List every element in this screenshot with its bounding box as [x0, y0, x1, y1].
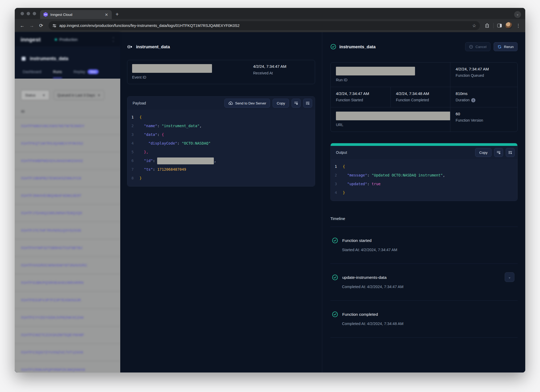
- zoom-window-button[interactable]: [33, 12, 36, 15]
- tab-title: Inngest Cloud: [50, 13, 101, 17]
- reload-button[interactable]: ⟳: [37, 21, 45, 30]
- sidebar: inngest Production ⌃⌄ instruments_data D…: [15, 32, 120, 372]
- event-panel: instrument_data Event ID 4/2/24, 7:34:47…: [120, 32, 322, 372]
- minimize-window-button[interactable]: [27, 12, 30, 15]
- rerun-label: Rerun: [504, 45, 514, 49]
- inngest-app: inngest Production ⌃⌄ instruments_data D…: [15, 32, 525, 372]
- run-id-link[interactable]: 01HTFJ94HVE0BQ48AF4DM13E9T: [15, 187, 120, 204]
- run-id-link[interactable]: 01HTFCYYZGYGDKJVP82NKXCZ44: [15, 309, 120, 326]
- run-id-link[interactable]: 01HTFCR9KAPQP0R8PZK3MQNMX8: [15, 361, 120, 372]
- function-version-value: 60: [456, 112, 512, 116]
- payload-card: Payload Send to Dev Server Copy: [127, 96, 315, 187]
- timeline-item-function-started: Function started Started At: 4/2/2024, 7…: [330, 227, 518, 264]
- word-wrap-icon: [496, 151, 501, 154]
- browser-tab[interactable]: Inngest Cloud ✕: [40, 10, 112, 19]
- scroll-to-bottom-button[interactable]: [303, 99, 312, 108]
- code-line: 6 "id": ,: [127, 156, 315, 165]
- tab-search-chevron-icon[interactable]: ⌄: [514, 11, 521, 18]
- duration-label-text: Duration: [456, 98, 470, 102]
- site-settings-icon[interactable]: [52, 23, 57, 28]
- code-line: 4}: [331, 188, 517, 197]
- run-details-card: Run ID 4/2/24, 7:34:47 AM Function Queue…: [330, 62, 518, 132]
- payload-header: Payload Send to Dev Server Copy: [127, 97, 315, 110]
- forward-button[interactable]: →: [27, 21, 36, 30]
- status-filter-dropdown[interactable]: Status ▼: [21, 90, 49, 100]
- sidebar-tabs: Dashboard Runs Replay New: [15, 61, 120, 79]
- timeline-item-subtitle: Completed At: 4/2/2024, 7:34:47 AM: [342, 285, 518, 289]
- toolbar-actions: ⋮: [483, 22, 522, 29]
- status-filter-label: Status: [25, 93, 36, 97]
- run-id-link[interactable]: 01HTFJ7C7HF7RVN051Q3YD2S35: [15, 222, 120, 239]
- code-line: 4 "displayCode": "OCTO:NASDAQ": [127, 139, 315, 148]
- send-to-dev-server-button[interactable]: Send to Dev Server: [224, 99, 270, 108]
- payload-title: Payload: [133, 101, 222, 105]
- expand-step-button[interactable]: ⌄: [505, 272, 514, 282]
- word-wrap-button[interactable]: [494, 148, 503, 157]
- run-id-link[interactable]: 01HTFKMBPMD0ZAJ4AG04KD3A02: [15, 152, 120, 169]
- run-id-link[interactable]: 01HTFJ7DA6Q2385JWNH7E8Q2Q0: [15, 204, 120, 222]
- url-text[interactable]: app.inngest.com/env/production/functions…: [59, 23, 470, 28]
- back-button[interactable]: ←: [18, 21, 26, 30]
- function-title-row: instruments_data: [15, 47, 120, 61]
- cancel-button[interactable]: Cancel: [465, 42, 490, 51]
- profile-avatar[interactable]: [505, 22, 512, 29]
- timeline-title: Timeline: [330, 216, 518, 227]
- event-name: instrument_data: [136, 44, 170, 49]
- env-switcher-chevrons-icon[interactable]: ⌃⌄: [112, 37, 114, 42]
- event-panel-header: instrument_data: [127, 44, 315, 49]
- cancel-circle-icon: [469, 45, 473, 49]
- timeline-item-subtitle: Started At: 4/2/2024, 7:34:47 AM: [342, 248, 518, 252]
- tab-dashboard[interactable]: Dashboard: [23, 70, 41, 78]
- run-id-link[interactable]: 01HTFCSQG7ZYVXNZVC7VT1Z4X6: [15, 343, 120, 361]
- word-wrap-button[interactable]: [292, 99, 301, 108]
- run-id-label: Run ID: [336, 78, 445, 82]
- date-range-filter-dropdown[interactable]: Queued in Last 3 Days ▼: [54, 90, 104, 100]
- code-line: 2 "message": "Updated OCTO:NASDAQ instru…: [331, 171, 517, 180]
- run-id-link[interactable]: 01HTFG3BKPQSR0E4A9106RARRN: [15, 274, 120, 291]
- address-bar[interactable]: app.inngest.com/env/production/functions…: [49, 21, 480, 30]
- payload-copy-button[interactable]: Copy: [273, 99, 289, 108]
- tab-replay[interactable]: Replay New: [74, 69, 99, 79]
- window-controls[interactable]: [21, 12, 36, 15]
- run-id-link[interactable]: 01HTFN86XV8CXWS7657W7E3WDY: [15, 117, 120, 135]
- run-id-link[interactable]: 01HTFKQT1M7RSJQABEXYF0K0S2: [15, 135, 120, 152]
- env-label: Production: [59, 37, 78, 42]
- run-id-link[interactable]: 01HTFHXGR0CWNHSWY8T3NAVGRC: [15, 256, 120, 274]
- timeline-item-subtitle: Completed At: 4/2/2024, 7:34:48 AM: [342, 322, 518, 326]
- bookmark-star-icon[interactable]: ☆: [472, 23, 476, 28]
- received-at-label: Received At: [253, 71, 286, 75]
- close-window-button[interactable]: [21, 12, 24, 15]
- extensions-icon[interactable]: [485, 23, 490, 28]
- info-icon[interactable]: i: [471, 98, 475, 102]
- success-check-circle-icon: [332, 311, 338, 317]
- tab-runs[interactable]: Runs: [53, 70, 62, 78]
- browser-menu-icon[interactable]: ⋮: [516, 23, 520, 28]
- new-tab-button[interactable]: +: [115, 11, 119, 17]
- browser-window: Inngest Cloud ✕ + ⌄ ← → ⟳ app.inngest.co…: [15, 8, 525, 372]
- run-id-link[interactable]: 01HTFEG3FVJP7FZJP7EA5KN3JR: [15, 291, 120, 309]
- chevron-down-icon: ▼: [42, 94, 45, 97]
- function-completed-value: 4/2/24, 7:34:48 AM: [396, 91, 445, 96]
- redacted-value: [157, 157, 214, 164]
- env-status-dot-icon: [55, 39, 57, 41]
- rerun-button[interactable]: Rerun: [494, 42, 518, 51]
- scroll-to-bottom-button[interactable]: [506, 148, 515, 157]
- run-panel-header: instruments_data Cancel Rerun: [330, 42, 518, 51]
- sidebar-header: inngest Production ⌃⌄: [15, 32, 120, 47]
- run-id-link[interactable]: 01HTFJ3B9PB27EWGK5Z086JYC8: [15, 169, 120, 187]
- run-id-link[interactable]: 01HTFHYWF32TSB9HGT01F5BTBJ: [15, 239, 120, 256]
- output-success-bar: [331, 143, 517, 146]
- rerun-refresh-icon: [498, 45, 502, 49]
- output-copy-button[interactable]: Copy: [475, 148, 491, 157]
- code-line: 2 "name": "instrument_data",: [127, 122, 315, 130]
- close-tab-icon[interactable]: ✕: [104, 12, 109, 17]
- environment-selector[interactable]: Production: [55, 37, 112, 42]
- run-id-link[interactable]: 01HTFCWZ7CZ2X3AZM75QEYNH8F: [15, 326, 120, 343]
- timeline-item-function-completed: Function completed Completed At: 4/2/202…: [330, 301, 518, 338]
- event-meta-card: Event ID 4/2/24, 7:34:47 AM Received At: [127, 60, 315, 84]
- run-id-list: 01HTFN86XV8CXWS7657W7E3WDY01HTFKQT1M7RSJ…: [15, 117, 120, 372]
- side-panel-icon[interactable]: [497, 24, 502, 27]
- event-icon: [127, 45, 133, 49]
- inngest-logo: inngest: [21, 36, 41, 43]
- lines-down-arrow-icon: [508, 151, 512, 154]
